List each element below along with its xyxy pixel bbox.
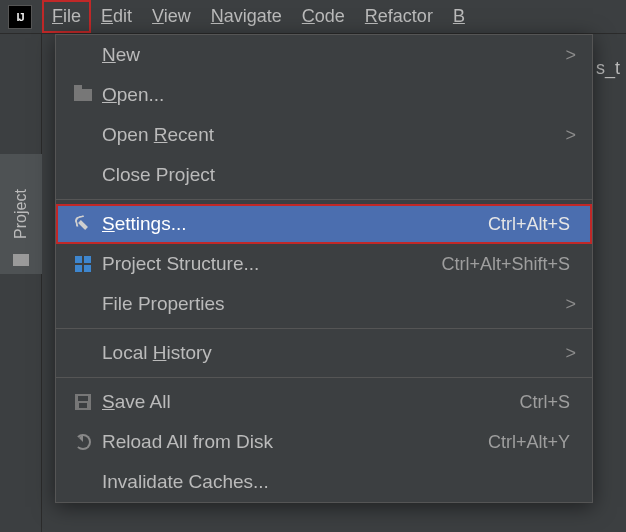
- chevron-right-icon: >: [555, 294, 576, 315]
- menu-item-open[interactable]: Open...: [56, 75, 592, 115]
- menu-item-label: Reload All from Disk: [98, 431, 488, 453]
- menu-edit[interactable]: Edit: [91, 0, 142, 33]
- menu-refactor[interactable]: Refactor: [355, 0, 443, 33]
- app-icon: IJ: [8, 5, 32, 29]
- menu-item-file-properties[interactable]: File Properties>: [56, 284, 592, 324]
- menu-separator: [56, 328, 592, 329]
- tool-window-strip: Project: [0, 34, 42, 532]
- menu-item-label: Close Project: [98, 164, 576, 186]
- menu-item-shortcut: Ctrl+S: [519, 392, 576, 413]
- menu-item-settings[interactable]: Settings...Ctrl+Alt+S: [56, 204, 592, 244]
- breadcrumb-right-fragment: s_t: [596, 58, 620, 79]
- menu-item-label: Save All: [98, 391, 519, 413]
- menu-item-open-recent[interactable]: Open Recent>: [56, 115, 592, 155]
- menu-item-label: Open...: [98, 84, 576, 106]
- menu-item-shortcut: Ctrl+Alt+Shift+S: [441, 254, 576, 275]
- menu-item-shortcut: Ctrl+Alt+S: [488, 214, 576, 235]
- menu-item-label: Invalidate Caches...: [98, 471, 576, 493]
- chevron-right-icon: >: [555, 343, 576, 364]
- menu-item-shortcut: Ctrl+Alt+Y: [488, 432, 576, 453]
- menu-item-label: New: [98, 44, 555, 66]
- menubar: IJ FileEditViewNavigateCodeRefactorB: [0, 0, 626, 34]
- menu-item-save-all[interactable]: Save AllCtrl+S: [56, 382, 592, 422]
- file-menu-dropdown: New>Open...Open Recent>Close ProjectSett…: [55, 34, 593, 503]
- menu-file[interactable]: File: [42, 0, 91, 33]
- menu-item-new[interactable]: New>: [56, 35, 592, 75]
- menu-b[interactable]: B: [443, 0, 475, 33]
- menu-item-label: Project Structure...: [98, 253, 441, 275]
- menu-item-project-structure[interactable]: Project Structure...Ctrl+Alt+Shift+S: [56, 244, 592, 284]
- reload-icon: [75, 434, 91, 450]
- chevron-right-icon: >: [555, 45, 576, 66]
- menu-separator: [56, 199, 592, 200]
- menu-item-label: Local History: [98, 342, 555, 364]
- menu-item-label: Settings...: [98, 213, 488, 235]
- menu-separator: [56, 377, 592, 378]
- menu-navigate[interactable]: Navigate: [201, 0, 292, 33]
- menu-item-reload-all-from-disk[interactable]: Reload All from DiskCtrl+Alt+Y: [56, 422, 592, 462]
- menu-view[interactable]: View: [142, 0, 201, 33]
- save-icon: [75, 394, 91, 410]
- folder-icon: [13, 254, 29, 266]
- chevron-right-icon: >: [555, 125, 576, 146]
- menu-item-close-project[interactable]: Close Project: [56, 155, 592, 195]
- menu-item-local-history[interactable]: Local History>: [56, 333, 592, 373]
- wrench-icon: [75, 216, 91, 232]
- menu-item-label: Open Recent: [98, 124, 555, 146]
- menu-item-invalidate-caches[interactable]: Invalidate Caches...: [56, 462, 592, 502]
- struct-icon: [75, 256, 91, 272]
- project-tool-label: Project: [12, 189, 30, 239]
- project-tool-tab[interactable]: Project: [0, 154, 42, 274]
- menu-item-label: File Properties: [98, 293, 555, 315]
- menu-code[interactable]: Code: [292, 0, 355, 33]
- folder-icon: [74, 89, 92, 101]
